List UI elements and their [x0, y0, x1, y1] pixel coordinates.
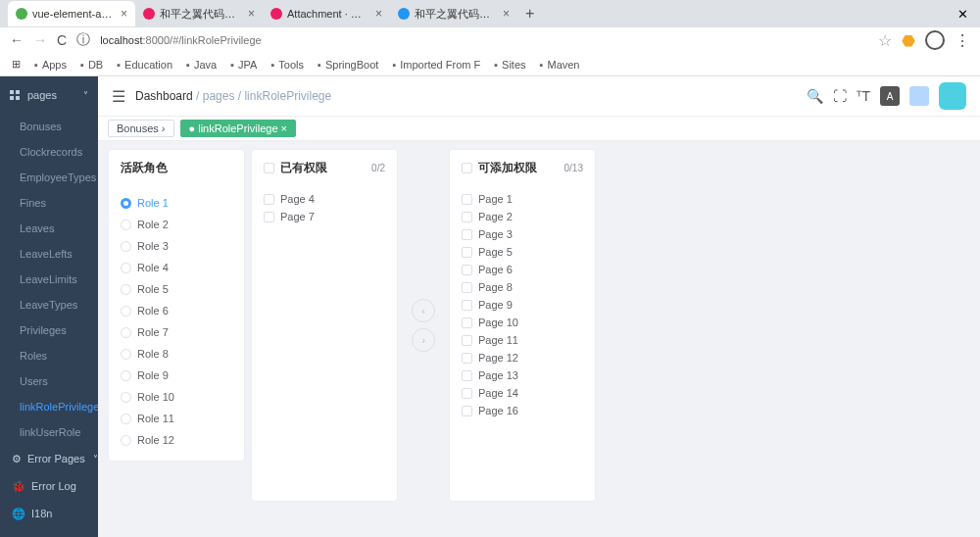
transfer-item[interactable]: Page 11: [450, 331, 595, 349]
browser-tab[interactable]: Attachment · 火鸟/和平之×: [263, 1, 390, 26]
avatar[interactable]: [939, 82, 966, 110]
checkbox[interactable]: [462, 353, 472, 364]
role-item[interactable]: Role 7: [109, 321, 244, 343]
profile-icon[interactable]: [925, 30, 945, 50]
bookmark-item[interactable]: ▪JPA: [230, 59, 257, 71]
new-tab-button[interactable]: +: [517, 5, 542, 23]
sidebar-item[interactable]: linkRolePrivilege: [0, 394, 98, 419]
bookmark-item[interactable]: ▪Education: [117, 59, 172, 71]
checkbox[interactable]: [462, 370, 472, 381]
extension-icon[interactable]: ⬣: [902, 31, 915, 50]
transfer-item[interactable]: Page 12: [450, 349, 595, 366]
checkbox[interactable]: [462, 335, 472, 346]
transfer-item[interactable]: Page 7: [252, 208, 397, 225]
radio-button[interactable]: [121, 327, 131, 338]
transfer-item[interactable]: Page 2: [450, 208, 595, 225]
checkbox[interactable]: [462, 247, 472, 258]
transfer-item[interactable]: Page 3: [450, 225, 595, 243]
radio-button[interactable]: [121, 284, 131, 295]
browser-tab[interactable]: 和平之翼代码生成器SME×: [390, 1, 517, 26]
role-item[interactable]: Role 3: [109, 235, 244, 257]
role-item[interactable]: Role 1: [109, 192, 244, 214]
checkbox[interactable]: [462, 388, 472, 399]
checkbox[interactable]: [462, 194, 472, 205]
move-right-button[interactable]: ›: [412, 328, 435, 352]
transfer-item[interactable]: Page 1: [450, 190, 595, 208]
radio-button[interactable]: [121, 241, 131, 252]
move-left-button[interactable]: ‹: [412, 299, 435, 322]
role-item[interactable]: Role 8: [109, 343, 244, 365]
sidebar-item[interactable]: Users: [0, 368, 98, 394]
bookmark-item[interactable]: ▪Imported From F: [392, 59, 480, 71]
bookmark-item[interactable]: ▪Tools: [270, 59, 304, 71]
bookmark-item[interactable]: ▪Sites: [494, 59, 525, 71]
select-all-checkbox[interactable]: [462, 163, 472, 173]
sidebar-header[interactable]: pages ˅: [0, 76, 98, 114]
checkbox[interactable]: [264, 194, 274, 205]
radio-button[interactable]: [121, 198, 131, 209]
fullscreen-icon[interactable]: ⛶: [833, 88, 847, 104]
sidebar-item[interactable]: linkUserRole: [0, 419, 98, 445]
select-all-checkbox[interactable]: [264, 163, 274, 173]
bookmark-item[interactable]: ▪DB: [80, 59, 103, 71]
bookmark-star-icon[interactable]: ☆: [878, 31, 892, 50]
checkbox[interactable]: [462, 317, 472, 328]
transfer-item[interactable]: Page 14: [450, 384, 595, 402]
transfer-item[interactable]: Page 6: [450, 261, 595, 278]
transfer-item[interactable]: Page 9: [450, 296, 595, 314]
browser-tab[interactable]: vue-element-admin×: [8, 1, 135, 26]
fontsize-icon[interactable]: ᵀT: [857, 88, 870, 104]
menu-icon[interactable]: ⋮: [955, 31, 970, 50]
sidebar-item[interactable]: LeaveTypes: [0, 292, 98, 317]
radio-button[interactable]: [121, 414, 131, 424]
checkbox[interactable]: [462, 229, 472, 240]
apps-icon[interactable]: ⊞: [12, 58, 21, 71]
transfer-item[interactable]: Page 5: [450, 243, 595, 261]
role-item[interactable]: Role 2: [109, 214, 244, 235]
checkbox[interactable]: [462, 406, 472, 416]
transfer-item[interactable]: Page 13: [450, 366, 595, 384]
url-display[interactable]: localhost:8000/#/linkRolePrivilege: [100, 34, 262, 46]
transfer-item[interactable]: Page 16: [450, 402, 595, 419]
sidebar-item[interactable]: EmployeeTypes: [0, 165, 98, 190]
close-tab-icon[interactable]: ×: [248, 7, 255, 21]
close-tab-icon[interactable]: ×: [375, 7, 382, 21]
browser-tab[interactable]: 和平之翼代码生成器SME×: [135, 1, 263, 26]
transfer-item[interactable]: Page 10: [450, 314, 595, 331]
sidebar-section[interactable]: 🌐I18n: [0, 500, 98, 527]
bookmark-item[interactable]: ▪Maven: [540, 59, 580, 71]
info-icon[interactable]: ⓘ: [76, 31, 90, 49]
theme-icon[interactable]: A: [880, 86, 900, 106]
role-item[interactable]: Role 10: [109, 386, 244, 408]
sidebar-section[interactable]: 🐞Error Log: [0, 472, 98, 500]
tag-item[interactable]: Bonuses ›: [108, 120, 174, 137]
close-tab-icon[interactable]: ×: [121, 7, 127, 21]
bookmark-item[interactable]: ▪SpringBoot: [318, 59, 378, 71]
sidebar-section[interactable]: ⚙Error Pages˅: [0, 445, 98, 472]
radio-button[interactable]: [121, 435, 131, 446]
checkbox[interactable]: [462, 300, 472, 311]
sidebar-item[interactable]: Fines: [0, 190, 98, 216]
checkbox[interactable]: [264, 212, 274, 222]
bookmark-item[interactable]: ▪Apps: [34, 59, 67, 71]
transfer-item[interactable]: Page 8: [450, 278, 595, 296]
back-button[interactable]: ←: [10, 32, 24, 48]
checkbox[interactable]: [462, 265, 472, 275]
bookmark-item[interactable]: ▪Java: [186, 59, 217, 71]
sidebar-item[interactable]: Roles: [0, 343, 98, 368]
sidebar-item[interactable]: Privileges: [0, 317, 98, 343]
window-close-button[interactable]: ✕: [946, 7, 980, 22]
sidebar-item[interactable]: Leaves: [0, 216, 98, 241]
radio-button[interactable]: [121, 370, 131, 381]
radio-button[interactable]: [121, 349, 131, 360]
close-tab-icon[interactable]: ×: [503, 7, 510, 21]
sidebar-item[interactable]: LeaveLefts: [0, 241, 98, 267]
radio-button[interactable]: [121, 306, 131, 317]
checkbox[interactable]: [462, 282, 472, 293]
radio-button[interactable]: [121, 392, 131, 403]
role-item[interactable]: Role 5: [109, 278, 244, 300]
reload-button[interactable]: C: [57, 32, 67, 48]
sidebar-item[interactable]: Bonuses: [0, 114, 98, 139]
tag-item[interactable]: ● linkRolePrivilege ×: [180, 120, 297, 137]
role-item[interactable]: Role 9: [109, 365, 244, 386]
